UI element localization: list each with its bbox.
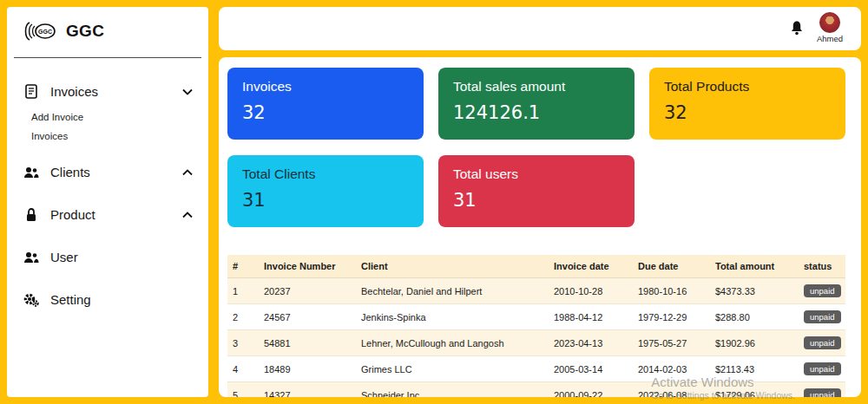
status-badge: unpaid [804, 310, 841, 323]
cell-invoice-date: 1988-04-12 [549, 304, 633, 330]
sidebar-item-setting[interactable]: Setting [7, 283, 208, 316]
stat-card-label: Invoices [242, 79, 409, 94]
stat-card-invoices: Invoices 32 [227, 68, 424, 140]
sidebar-subitem-add-invoice[interactable]: Add Invoice [7, 108, 208, 127]
stat-card-label: Total sales amount [453, 79, 620, 94]
cell-index: 4 [227, 356, 259, 382]
stat-card-label: Total Clients [242, 166, 409, 182]
cell-client: Grimes LLC [356, 356, 549, 382]
sidebar-item-user[interactable]: User [7, 241, 208, 273]
stat-card-value: 32 [664, 102, 831, 123]
dashboard-page: { "app": { "brand": "GGC" }, "header": {… [0, 0, 868, 404]
sidebar-item-label: Clients [50, 165, 172, 179]
table-row[interactable]: 4 18489 Grimes LLC 2005-03-14 2014-02-03… [227, 356, 845, 382]
sidebar-subitem-invoices[interactable]: Invoices [7, 127, 208, 146]
stat-card-label: Total users [453, 166, 620, 182]
bell-icon [790, 20, 804, 36]
cell-total-amount: $1729.06 [710, 382, 799, 398]
avatar [819, 12, 840, 33]
stat-card-value: 31 [453, 190, 620, 211]
people-icon [23, 166, 40, 179]
cell-total-amount: $4373.33 [710, 278, 799, 304]
logo-inner-text: GGC [38, 29, 52, 35]
cell-client: Schneider Inc [356, 382, 549, 398]
top-bar: Ahmed [219, 7, 861, 50]
table-row[interactable]: 1 20237 Bechtelar, Daniel and Hilpert 20… [227, 278, 845, 304]
cell-client: Lehner, McCullough and Langosh [356, 330, 549, 356]
cell-client: Bechtelar, Daniel and Hilpert [356, 278, 549, 304]
status-badge: unpaid [804, 284, 841, 297]
cell-index: 1 [227, 278, 259, 304]
stat-card-value: 31 [242, 190, 409, 211]
stat-card-label: Total Products [664, 79, 831, 94]
cell-due-date: 2014-02-03 [633, 356, 710, 382]
sidebar-item-product[interactable]: Product [7, 199, 208, 231]
col-header-status: status [799, 255, 845, 278]
gear-icon [23, 293, 40, 307]
col-header-index: # [227, 255, 259, 278]
cell-invoice-number: 20237 [259, 278, 356, 304]
stat-card-total-products: Total Products 32 [649, 68, 845, 140]
user-name: Ahmed [812, 34, 847, 43]
table-header-row: # Invoice Number Client Invoice date Due… [227, 255, 845, 278]
status-badge: unpaid [804, 336, 841, 349]
sidebar-nav: Invoices Add Invoice Invoices Clients Pr… [7, 58, 208, 316]
chevron-up-icon [182, 169, 193, 176]
cell-due-date: 1980-10-16 [633, 278, 710, 304]
stat-card-total-sales: Total sales amount 124126.1 [438, 68, 635, 140]
cell-index: 5 [227, 382, 259, 398]
stat-card-value: 32 [242, 102, 409, 123]
users-icon [23, 251, 40, 264]
cell-invoice-date: 2010-10-28 [549, 278, 633, 304]
cell-invoice-number: 18489 [259, 356, 356, 382]
cell-index: 3 [227, 330, 259, 356]
cell-total-amount: $288.80 [710, 304, 799, 330]
journal-icon [23, 84, 40, 99]
stat-card-value: 124126.1 [453, 102, 620, 123]
cell-due-date: 1975-05-27 [633, 330, 710, 356]
sidebar-item-label: Invoices [50, 84, 172, 99]
ggc-logo-icon: GGC [21, 19, 59, 43]
cell-invoice-number: 24567 [259, 304, 356, 330]
cell-invoice-number: 54881 [259, 330, 356, 356]
status-badge: unpaid [804, 362, 841, 375]
cell-index: 2 [227, 304, 259, 330]
cell-due-date: 1979-12-29 [633, 304, 710, 330]
col-header-due-date: Due date [633, 255, 710, 278]
cell-total-amount: $2113.43 [710, 356, 799, 382]
sidebar-item-label: User [50, 250, 193, 264]
stat-card-total-users: Total users 31 [438, 155, 635, 227]
cell-due-date: 2022-06-08 [633, 382, 710, 398]
main-content: Invoices 32 Total sales amount 124126.1 … [219, 57, 861, 397]
cell-invoice-date: 2023-04-13 [549, 330, 633, 356]
sidebar-item-invoices[interactable]: Invoices [7, 75, 208, 108]
chevron-up-icon [182, 212, 193, 218]
chevron-down-icon [182, 88, 193, 95]
lock-icon [23, 208, 40, 222]
user-menu[interactable]: Ahmed [812, 12, 847, 43]
table-row[interactable]: 3 54881 Lehner, McCullough and Langosh 2… [227, 330, 845, 356]
status-badge: unpaid [804, 388, 841, 397]
cell-invoice-number: 14327 [259, 382, 356, 398]
sidebar-item-label: Product [50, 207, 172, 222]
notifications-button[interactable] [790, 20, 804, 40]
cell-client: Jenkins-Spinka [356, 304, 549, 330]
table-row[interactable]: 5 14327 Schneider Inc 2000-09-22 2022-06… [227, 382, 845, 398]
invoices-table: # Invoice Number Client Invoice date Due… [227, 255, 845, 397]
stat-card-total-clients: Total Clients 31 [227, 155, 424, 227]
brand-logo[interactable]: GGC GGC [7, 7, 208, 54]
brand-name: GGC [66, 22, 104, 41]
col-header-invoice-number: Invoice Number [259, 255, 356, 278]
table-row[interactable]: 2 24567 Jenkins-Spinka 1988-04-12 1979-1… [227, 304, 845, 330]
cell-invoice-date: 2005-03-14 [549, 356, 633, 382]
sidebar: GGC GGC Invoices Add Invoice Invoices Cl… [7, 7, 208, 397]
cell-total-amount: $1902.96 [710, 330, 799, 356]
col-header-client: Client [356, 255, 549, 278]
sidebar-item-label: Setting [50, 292, 193, 307]
col-header-total-amount: Total amount [710, 255, 799, 278]
col-header-invoice-date: Invoice date [549, 255, 633, 278]
cell-invoice-date: 2000-09-22 [549, 382, 633, 398]
sidebar-item-clients[interactable]: Clients [7, 156, 208, 188]
